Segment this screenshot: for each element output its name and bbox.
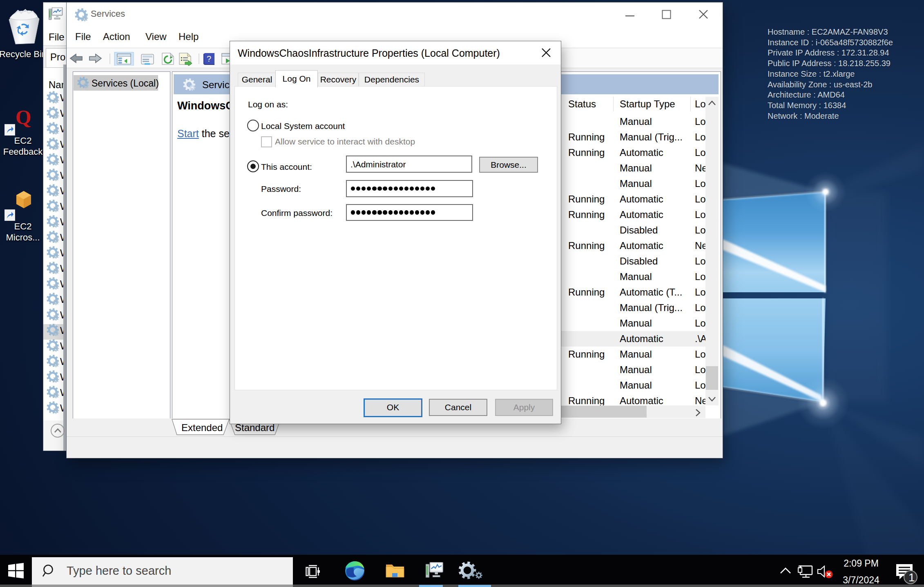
svg-text:Extended: Extended: [181, 422, 223, 433]
svg-text:Standard: Standard: [235, 422, 275, 433]
svg-text:?: ?: [207, 54, 211, 63]
svg-text:1: 1: [908, 571, 915, 584]
